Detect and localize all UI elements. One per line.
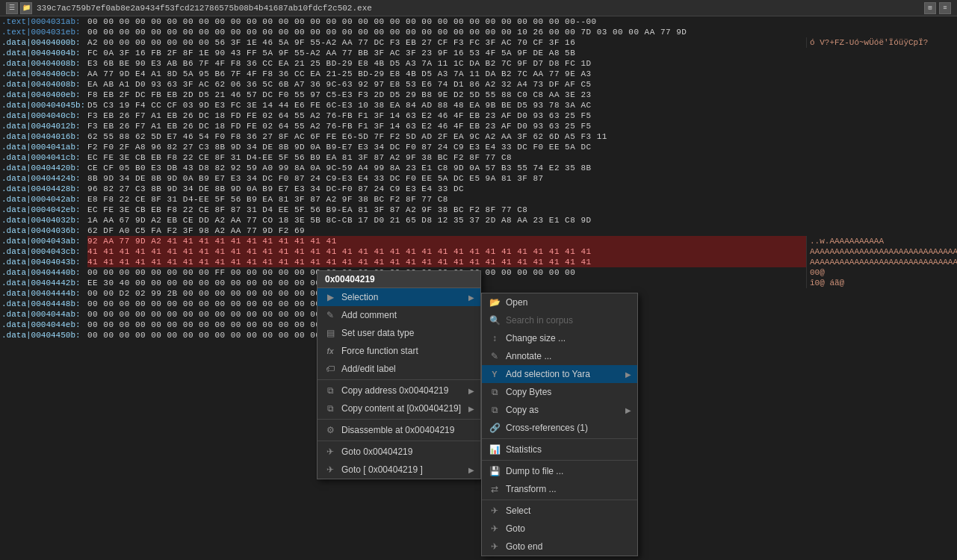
ctx-arrow-add-to-yara: ▶: [625, 370, 631, 379]
sub-item-open[interactable]: 📂 Open: [482, 293, 637, 311]
ctx-item-set-user-data[interactable]: ▤ Set user data type: [318, 324, 480, 342]
select-icon: ✈: [488, 504, 501, 517]
ctx-label-set-user-data: Set user data type: [341, 328, 474, 338]
ctx-item-force-function[interactable]: fx Force function start: [318, 342, 480, 360]
sub-label-copy-as: Copy as: [506, 405, 621, 415]
sub-item-goto-end[interactable]: ✈ Goto end: [482, 538, 637, 556]
change-size-icon: ↕: [488, 332, 501, 345]
sub-label-goto-end: Goto end: [506, 541, 631, 552]
sub-item-statistics[interactable]: 📊 Statistics: [482, 441, 637, 458]
search-corpus-icon: 🔍: [488, 314, 501, 327]
open-icon[interactable]: 📁: [20, 2, 32, 14]
sub-item-copy-bytes[interactable]: ⧉ Copy Bytes: [482, 383, 637, 401]
sub-item-dump-to-file[interactable]: 💾 Dump to file ...: [482, 462, 637, 480]
ctx-item-goto-addr[interactable]: ✈ Goto 0x00404219: [318, 443, 480, 461]
ctx-item-copy-content[interactable]: ⧉ Copy content at [0x00404219] ▶: [318, 399, 480, 417]
sub-sep-3: [482, 500, 637, 500]
sub-item-select[interactable]: ✈ Select: [482, 502, 637, 520]
window-title: 339c7ac759b7ef0ab8e2a9434f53fcd212786575…: [37, 4, 372, 13]
ctx-sep-1: [318, 379, 480, 380]
goto-icon: ✈: [488, 522, 501, 535]
sub-label-add-to-yara: Add selection to Yara: [506, 369, 621, 379]
ctx-label-add-edit-label: Add/edit label: [341, 364, 474, 374]
ctx-item-disassemble[interactable]: ⚙ Disassemble at 0x00404219: [318, 421, 480, 439]
sub-label-goto: Goto: [506, 523, 631, 534]
force-function-icon: fx: [323, 344, 337, 358]
add-to-yara-icon: Y: [488, 367, 501, 381]
ctx-label-goto-addr: Goto 0x00404219: [341, 447, 474, 457]
ctx-label-disassemble: Disassemble at 0x00404219: [341, 425, 474, 435]
copy-as-icon: ⧉: [488, 403, 501, 417]
sub-label-search-corpus: Search in corpus: [506, 315, 631, 326]
primary-context-menu: 0x00404219 ▶ Selection ▶ ✎ Add comment ▤…: [317, 270, 481, 479]
sub-sep-1: [482, 438, 637, 439]
sub-label-annotate: Annotate ...: [506, 351, 631, 361]
transform-icon: ⇄: [488, 482, 501, 496]
ctx-label-selection: Selection: [341, 292, 464, 302]
ctx-arrow-copy-content: ▶: [468, 405, 474, 413]
hex-view: .text|0004031ab:00 00 00 00 00 00 00 00 …: [0, 16, 957, 560]
ctx-item-selection[interactable]: ▶ Selection ▶: [318, 288, 480, 306]
ctx-label-force-function: Force function start: [341, 346, 474, 356]
sub-label-statistics: Statistics: [506, 444, 631, 455]
sub-label-dump-to-file: Dump to file ...: [506, 466, 631, 476]
annotate-icon: ✎: [488, 349, 501, 363]
open-icon: 📂: [488, 296, 501, 309]
ctx-arrow-copy-as: ▶: [625, 406, 631, 414]
ctx-arrow-copy-address: ▶: [468, 387, 474, 395]
copy-content-icon: ⧉: [323, 402, 337, 415]
ctx-sep-2: [318, 419, 480, 420]
context-menu-overlay: 0x00404219 ▶ Selection ▶ ✎ Add comment ▤…: [0, 16, 957, 560]
ctx-menu-header: 0x00404219: [318, 271, 480, 288]
sub-item-transform[interactable]: ⇄ Transform ...: [482, 480, 637, 498]
ctx-item-add-edit-label[interactable]: 🏷 Add/edit label: [318, 360, 480, 378]
sub-item-search-corpus[interactable]: 🔍 Search in corpus: [482, 311, 637, 329]
sub-label-open: Open: [506, 297, 631, 308]
ctx-label-add-comment: Add comment: [341, 310, 474, 320]
sub-sep-2: [482, 460, 637, 461]
disassemble-icon: ⚙: [323, 423, 337, 437]
add-edit-label-icon: 🏷: [323, 362, 337, 376]
goto-addr-icon: ✈: [323, 445, 337, 458]
copy-bytes-icon: ⧉: [488, 385, 501, 399]
ctx-item-copy-address[interactable]: ⧉ Copy address 0x00404219 ▶: [318, 382, 480, 399]
ctx-arrow-selection: ▶: [468, 293, 474, 302]
statistics-icon: 📊: [488, 443, 501, 456]
ctx-arrow-goto-mem: ▶: [468, 466, 474, 474]
titlebar: ☰ 📁 339c7ac759b7ef0ab8e2a9434f53fcd21278…: [0, 0, 957, 16]
sub-label-transform: Transform ...: [506, 484, 631, 494]
ctx-label-copy-content: Copy content at [0x00404219]: [341, 403, 464, 414]
ctx-item-add-comment[interactable]: ✎ Add comment: [318, 306, 480, 324]
list-icon[interactable]: ≡: [939, 2, 951, 14]
sub-label-copy-bytes: Copy Bytes: [506, 387, 631, 397]
ctx-label-goto-mem: Goto [ 0x00404219 ]: [341, 464, 464, 475]
sub-item-annotate[interactable]: ✎ Annotate ...: [482, 347, 637, 365]
sub-label-cross-refs: Cross-references (1): [506, 423, 631, 433]
set-user-data-icon: ▤: [323, 326, 337, 340]
goto-mem-icon: ✈: [323, 463, 337, 476]
sub-item-cross-refs[interactable]: 🔗 Cross-references (1): [482, 419, 637, 437]
sub-item-goto[interactable]: ✈ Goto: [482, 520, 637, 538]
cross-refs-icon: 🔗: [488, 421, 501, 435]
new-icon[interactable]: ☰: [6, 2, 18, 14]
selection-submenu: 📂 Open 🔍 Search in corpus ↕ Change size …: [481, 293, 638, 556]
grid-icon[interactable]: ⊞: [924, 2, 936, 14]
sub-item-copy-as[interactable]: ⧉ Copy as ▶: [482, 401, 637, 419]
ctx-item-goto-mem[interactable]: ✈ Goto [ 0x00404219 ] ▶: [318, 461, 480, 479]
sub-item-change-size[interactable]: ↕ Change size ...: [482, 329, 637, 347]
add-comment-icon: ✎: [323, 308, 337, 322]
sub-label-select: Select: [506, 505, 631, 516]
ctx-label-copy-address: Copy address 0x00404219: [341, 385, 464, 396]
sub-label-change-size: Change size ...: [506, 333, 631, 343]
toolbar-icons: ☰ 📁: [6, 2, 32, 14]
ctx-sep-3: [318, 441, 480, 441]
copy-address-icon: ⧉: [323, 384, 337, 397]
selection-icon: ▶: [323, 290, 337, 304]
sub-item-add-to-yara[interactable]: Y Add selection to Yara ▶: [482, 365, 637, 383]
goto-end-icon: ✈: [488, 540, 501, 553]
dump-to-file-icon: 💾: [488, 464, 501, 478]
